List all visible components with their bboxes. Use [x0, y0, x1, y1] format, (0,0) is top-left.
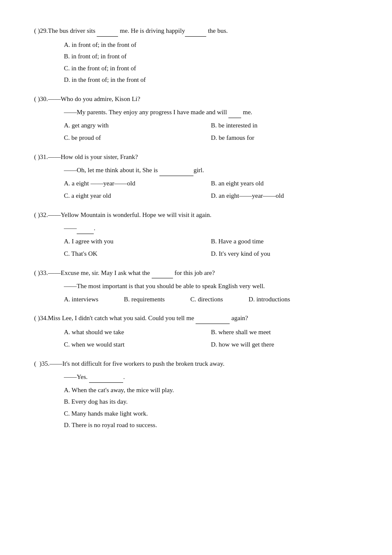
q29-text: The bus driver sits me. He is driving ha… [48, 26, 358, 37]
q32-option-c: C. That's OK [64, 248, 211, 260]
q29-prefix: ( )29. [34, 26, 48, 37]
q35-option-b: B. Every dog has its day. [64, 396, 358, 408]
q31-option-b: B. an eight years old [211, 178, 358, 190]
q34-prefix: ( )34. [34, 313, 48, 324]
q31-option-d: D. an eight——year——old [211, 190, 358, 202]
q34-option-d: D. how we will get there [211, 339, 358, 351]
q31-option-c: C. a eight year old [64, 190, 211, 202]
q30-option-b: B. be interested in [211, 120, 358, 132]
q32-option-a: A. I agree with you [64, 236, 211, 248]
q31-option-a: A. a eight ——year——old [64, 178, 211, 190]
q35-prefix: ( )35. [34, 358, 49, 370]
q29-option-a-label: A. in front of; in the front of [64, 41, 136, 48]
q30-option-c: C. be proud of [64, 132, 211, 144]
q29-option-d: D. in the front of; in the front of [64, 74, 358, 86]
question-29: ( )29. The bus driver sits me. He is dri… [34, 26, 358, 86]
q29-option-a: A. in front of; in the front of [64, 39, 358, 51]
q35-option-d: D. There is no royal road to success. [64, 419, 358, 431]
q34-option-a: A. what should we take [64, 327, 211, 338]
q33-option-a: A. interviews [64, 294, 98, 305]
q29-option-c: C. in the front of; in front of [64, 63, 358, 75]
q35-text: ——It's not difficult for five workers to… [49, 358, 358, 370]
q33-option-b: B. requirements [124, 294, 165, 305]
q31-text: ——How old is your sister, Frank? [48, 152, 358, 163]
q31-prefix: ( )31. [34, 152, 48, 163]
q30-option-d: D. be famous for [211, 132, 358, 144]
question-30: ( )30. ——Who do you admire, Kison Li? ——… [34, 94, 358, 144]
question-33: ( )33. ——Excuse me, sir. May I ask what … [34, 268, 358, 306]
q32-sub: ——. [64, 223, 358, 234]
q33-text: ——Excuse me, sir. May I ask what the for… [48, 268, 358, 279]
q34-option-b: B. where shall we meet [211, 327, 358, 338]
q32-prefix: ( )32. [34, 210, 48, 221]
q35-sub: ——Yes. . [64, 372, 358, 383]
question-35: ( )35. ——It's not difficult for five wor… [34, 358, 358, 431]
q29-option-c-label: C. in the front of; in front of [64, 65, 136, 72]
q32-option-b: B. Have a good time [211, 236, 358, 248]
q34-text: Miss Lee, I didn't catch what you said. … [48, 313, 358, 324]
q30-option-a: A. get angry with [64, 120, 211, 132]
q32-options: A. I agree with you B. Have a good time … [64, 236, 358, 260]
q34-options: A. what should we take B. where shall we… [64, 327, 358, 351]
q35-option-c: C. Many hands make light work. [64, 408, 358, 420]
q33-options-row: A. interviews B. requirements C. directi… [64, 294, 358, 306]
question-31: ( )31. ——How old is your sister, Frank? … [34, 152, 358, 202]
question-34: ( )34. Miss Lee, I didn't catch what you… [34, 313, 358, 351]
q32-option-d: D. It's very kind of you [211, 248, 358, 260]
q30-options: A. get angry with B. be interested in C.… [64, 120, 358, 144]
q32-text: ——Yellow Mountain is wonderful. Hope we … [48, 210, 358, 221]
q34-option-c: C. when we would start [64, 339, 211, 351]
q33-option-d: D. introductions [248, 294, 290, 305]
q33-sub: ——The most important is that you should … [64, 281, 358, 292]
q29-option-b: B. in front of; in front of [64, 51, 358, 63]
q29-options: A. in front of; in the front of B. in fr… [64, 39, 358, 86]
q30-text: ——Who do you admire, Kison Li? [48, 94, 358, 105]
q33-prefix: ( )33. [34, 268, 48, 279]
q29-option-d-label: D. in the front of; in the front of [64, 76, 146, 83]
q33-option-c: C. directions [190, 294, 223, 305]
q29-option-b-label: B. in front of; in front of [64, 53, 127, 60]
question-32: ( )32. ——Yellow Mountain is wonderful. H… [34, 210, 358, 260]
q35-options: A. When the cat's away, the mice will pl… [64, 384, 358, 431]
q35-option-a: A. When the cat's away, the mice will pl… [64, 384, 358, 396]
q31-options: A. a eight ——year——old B. an eight years… [64, 178, 358, 202]
q33-options: A. interviews B. requirements C. directi… [64, 294, 358, 306]
q30-sub: ——My parents. They enjoy any progress I … [64, 107, 358, 118]
q31-sub: ——Oh, let me think about it, She is girl… [64, 165, 358, 176]
q30-prefix: ( )30. [34, 94, 48, 105]
